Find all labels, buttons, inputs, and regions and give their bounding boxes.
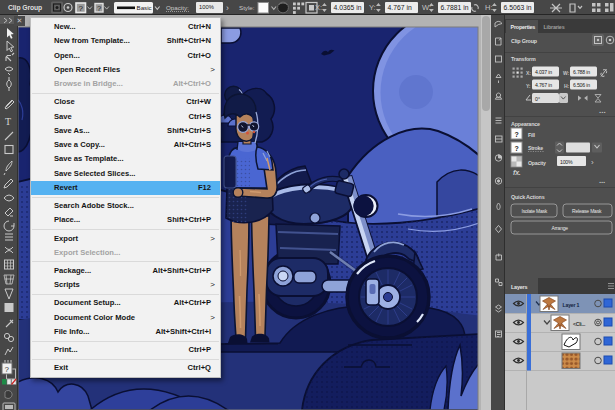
svg-text:H:: H: bbox=[564, 83, 569, 89]
svg-text:6.5063 in: 6.5063 in bbox=[504, 4, 532, 11]
svg-text:X:: X: bbox=[315, 3, 322, 12]
svg-text:?: ? bbox=[515, 131, 519, 138]
svg-text:?: ? bbox=[79, 4, 84, 13]
svg-text:6.788 in: 6.788 in bbox=[573, 69, 590, 75]
svg-text:Y:: Y: bbox=[526, 83, 531, 89]
svg-text:›: › bbox=[226, 3, 229, 13]
svg-text:Release Mask: Release Mask bbox=[572, 208, 602, 214]
svg-text:H:: H: bbox=[485, 3, 493, 12]
svg-text:Quick Actions: Quick Actions bbox=[511, 194, 545, 200]
svg-text:Clip Group: Clip Group bbox=[511, 38, 538, 44]
svg-text:T: T bbox=[5, 116, 11, 127]
svg-text:4.767 in: 4.767 in bbox=[535, 82, 552, 88]
svg-text:?: ? bbox=[515, 145, 519, 152]
svg-text:fx.: fx. bbox=[513, 169, 521, 176]
svg-text:0°: 0° bbox=[535, 96, 540, 102]
svg-text:Libraries: Libraries bbox=[544, 24, 565, 30]
svg-text:4.767 in: 4.767 in bbox=[388, 4, 412, 11]
svg-text:Y:: Y: bbox=[369, 3, 376, 12]
svg-text:Transform: Transform bbox=[511, 56, 536, 62]
svg-text:6.506 in: 6.506 in bbox=[573, 82, 590, 88]
svg-text:Layers: Layers bbox=[511, 284, 527, 290]
svg-text:Properties: Properties bbox=[511, 24, 536, 30]
svg-text:6.7881 in: 6.7881 in bbox=[441, 4, 469, 11]
svg-text:Layer 1: Layer 1 bbox=[563, 302, 580, 308]
svg-text:...: ... bbox=[599, 176, 605, 185]
svg-text:100%: 100% bbox=[560, 159, 573, 165]
svg-text:X:: X: bbox=[526, 70, 531, 76]
svg-text:W:: W: bbox=[563, 70, 569, 76]
svg-text:Stroke: Stroke bbox=[528, 145, 543, 151]
svg-text:Isolate Mask: Isolate Mask bbox=[522, 208, 548, 214]
svg-text:Appearance: Appearance bbox=[511, 121, 540, 127]
svg-text:Basic: Basic bbox=[137, 4, 152, 11]
svg-text:4.037 in: 4.037 in bbox=[535, 69, 552, 75]
svg-text:...: ... bbox=[599, 106, 606, 115]
svg-text:W:: W: bbox=[422, 3, 431, 12]
svg-text:Arrange: Arrange bbox=[552, 225, 569, 231]
svg-text:Opacity: Opacity bbox=[528, 160, 546, 166]
svg-text:?: ? bbox=[97, 4, 101, 13]
svg-text:<Cli...: <Cli... bbox=[573, 321, 586, 327]
svg-text:Fill: Fill bbox=[528, 132, 535, 138]
svg-text:4.0365 in: 4.0365 in bbox=[334, 4, 362, 11]
svg-text:?: ? bbox=[5, 365, 10, 374]
